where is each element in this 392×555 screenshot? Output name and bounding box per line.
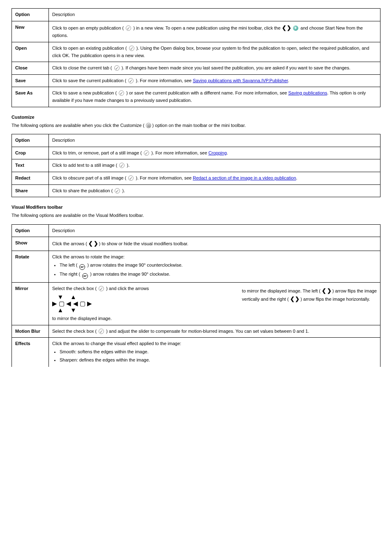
opt-new: New [12, 21, 49, 42]
chevron-left-right-icon: ❮ ❯ [282, 25, 291, 31]
check-icon [126, 25, 131, 31]
table-row: Show Click the arrows ( ❮ ❯ ) to show or… [12, 237, 380, 251]
list-item: The right ( 90° ) arrow rotates the imag… [60, 271, 377, 279]
play-icon [293, 25, 298, 31]
opt-mirror: Mirror [12, 282, 49, 325]
customize-intro: The following options are available when… [12, 122, 380, 129]
check-icon [144, 150, 149, 156]
opt-show: Show [12, 237, 49, 251]
table-row: Text Click to add text to a still image … [12, 159, 380, 172]
list-item: The left ( 90° ) arrow rotates the image… [60, 262, 377, 270]
table-row: Share Click to share the publication ( )… [12, 184, 380, 197]
table-row: New Click to open an empty publication (… [12, 21, 380, 42]
table-row: Open Click to open an existing publicati… [12, 42, 380, 62]
check-icon [128, 78, 134, 83]
opt-open: Open [12, 42, 49, 62]
table-row: Save Click to save the current publicati… [12, 74, 380, 87]
list-item: Smooth: softens the edges within the ima… [60, 348, 377, 356]
table-row: Redact Click to obscure part of a still … [12, 172, 380, 184]
opt-save-as: Save As [12, 87, 49, 107]
opt-share: Share [12, 184, 49, 197]
link-redact[interactable]: Redact a section of the image in a video… [193, 175, 296, 180]
visual-intro: The following options are available on t… [12, 212, 380, 219]
opt-save: Save [12, 74, 49, 87]
rotate-ccw-icon: 90° [79, 264, 85, 270]
chevron-left-right-icon: ❮ ❯ [88, 240, 98, 246]
opt-motion-blur: Motion Blur [12, 325, 49, 338]
table-row: Mirror Select the check box ( ) and clic… [12, 282, 380, 325]
opt-crop: Crop [12, 147, 49, 159]
chevron-left-right-icon: ❮ ❯ [322, 288, 331, 294]
check-icon [115, 188, 120, 193]
list-item: Sharpen: defines the edges within the im… [60, 357, 377, 364]
customize-icon [146, 123, 151, 128]
check-icon [114, 65, 120, 71]
check-icon [129, 46, 134, 51]
table-row: Effects Click the arrows to change the v… [12, 338, 380, 367]
section-heading-customize: Customize [12, 115, 380, 120]
table-row: Save As Click to save a new publication … [12, 87, 380, 107]
opt-redact: Redact [12, 172, 49, 184]
col-header-description: Description [49, 9, 380, 21]
rotate-cw-icon: 90° [82, 273, 88, 279]
link-save[interactable]: Saving publications with Savanna.IVP.Pub… [193, 78, 288, 83]
table-row: Crop Click to trim, or remove, part of a… [12, 147, 380, 159]
check-icon [99, 329, 104, 334]
opt-text: Text [12, 159, 49, 172]
check-icon [119, 163, 125, 168]
opt-effects: Effects [12, 338, 49, 367]
link-save-as[interactable]: Saving publications [288, 90, 327, 95]
table-row: Rotate Click the arrows to rotate the im… [12, 251, 380, 283]
table-row: Motion Blur Select the check box ( ) and… [12, 325, 380, 338]
col-header-option: Option [12, 224, 49, 237]
check-icon [99, 286, 104, 291]
col-header-option: Option [12, 9, 49, 21]
section-heading-visual: Visual Modifiers toolbar [12, 205, 380, 210]
opt-rotate: Rotate [12, 251, 49, 283]
options-table-customize: Option Description Crop Click to trim, o… [12, 134, 380, 197]
opt-close: Close [12, 62, 49, 75]
col-header-description: Description [49, 224, 380, 237]
options-table-visual: Option Description Show Click the arrows… [12, 224, 380, 367]
check-icon [128, 175, 134, 181]
link-cropping[interactable]: Cropping [208, 150, 227, 155]
col-header-description: Description [49, 134, 380, 147]
mirror-arrows-icon: ▼ ▲ ▶ ▢ ◀ ◀ ▢ ▶ ▲ ▼ [52, 294, 231, 313]
table-row: Close Click to close the current tab ( )… [12, 62, 380, 75]
check-icon [119, 90, 124, 96]
col-header-option: Option [12, 134, 49, 147]
options-table-file: Option Description New Click to open an … [12, 8, 380, 107]
chevron-left-right-icon: ❮ ❯ [290, 296, 300, 302]
